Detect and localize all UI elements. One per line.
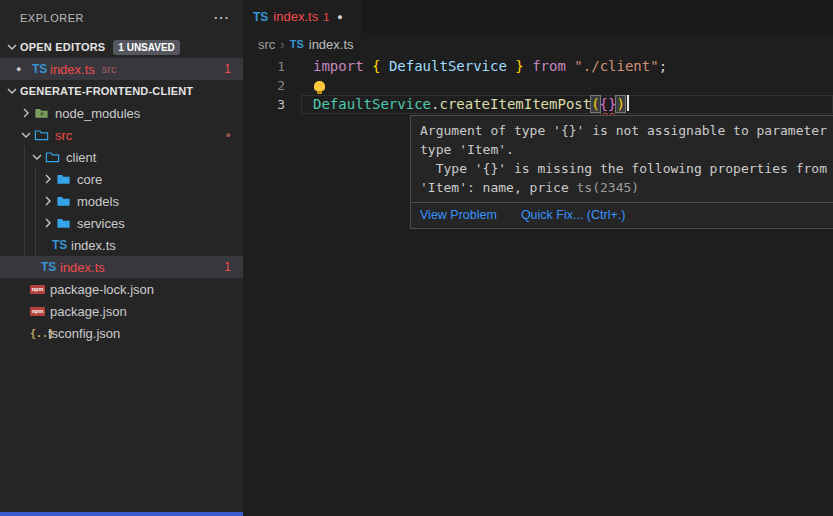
open-editor-path-suffix: src	[102, 63, 117, 75]
lightbulb-icon[interactable]	[314, 81, 325, 91]
chevron-right-icon: ›	[280, 37, 284, 52]
tree-item-tsconfig.json[interactable]: {..}tsconfig.json	[0, 322, 243, 344]
status-strip	[0, 512, 243, 516]
chevron-right-icon	[40, 193, 56, 209]
braces-icon: {..}	[30, 328, 47, 339]
tooltip-text-line: Argument of type '{}' is not assignable …	[420, 121, 833, 140]
tree-item-label: tsconfig.json	[48, 326, 120, 341]
chevron-down-icon	[4, 39, 20, 55]
text-cursor	[627, 95, 629, 111]
line-number: 2	[243, 76, 285, 95]
typescript-icon: TS	[41, 260, 59, 274]
tree-item-label: index.ts	[60, 260, 105, 275]
typescript-icon: TS	[52, 238, 70, 252]
view-problem-link[interactable]: View Problem	[420, 208, 497, 222]
error-count-badge: 1	[224, 260, 231, 274]
tooltip-text-line: type 'Item'.	[420, 140, 833, 159]
tree-item-node_modules[interactable]: node_modules	[0, 102, 243, 124]
tab-indexts[interactable]: TS index.ts 1 ●	[243, 0, 361, 33]
chevron-right-icon	[40, 215, 56, 231]
line-number: 3	[243, 95, 285, 114]
typescript-icon: TS	[290, 38, 304, 50]
unsaved-dot-icon[interactable]: ●	[337, 12, 342, 22]
explorer-sidebar: EXPLORER ⋯ OPEN EDITORS 1 UNSAVED ● TS i…	[0, 0, 243, 516]
npm-icon: npm	[30, 307, 45, 316]
file-tree: node_modulessrc●clientcoremodelsservices…	[0, 102, 243, 344]
npm-icon: npm	[30, 285, 45, 294]
more-actions-icon[interactable]: ⋯	[213, 8, 229, 27]
breadcrumb-folder[interactable]: src	[258, 37, 275, 52]
tree-item-label: core	[77, 172, 102, 187]
line-numbers: 123	[243, 57, 285, 114]
code-line-1[interactable]: import { DefaultService } from "./client…	[313, 57, 833, 76]
breadcrumb[interactable]: src › TS index.ts	[243, 33, 354, 55]
tree-item-client[interactable]: client	[0, 146, 243, 168]
tree-item-services[interactable]: services	[0, 212, 243, 234]
chevron-down-icon	[18, 127, 34, 143]
tree-item-package.json[interactable]: npmpackage.json	[0, 300, 243, 322]
tab-bar: TS index.ts 1 ●	[243, 0, 833, 33]
project-name-label: GENERATE-FRONTEND-CLIENT	[20, 85, 193, 97]
node-modules-folder-icon	[34, 106, 49, 121]
code-line-2[interactable]	[313, 76, 833, 95]
folder-icon	[56, 216, 71, 231]
quick-fix-link[interactable]: Quick Fix... (Ctrl+.)	[521, 208, 626, 222]
tree-item-label: src	[55, 128, 72, 143]
error-count-badge: 1	[224, 62, 231, 76]
open-editor-item-indexts[interactable]: ● TS index.ts src 1	[0, 58, 243, 80]
tree-item-models[interactable]: models	[0, 190, 243, 212]
typescript-icon: TS	[253, 10, 268, 24]
open-editors-label: OPEN EDITORS	[20, 41, 105, 53]
tab-error-count: 1	[323, 11, 329, 23]
tooltip-actions: View Problem Quick Fix... (Ctrl+.)	[411, 202, 833, 228]
line-number: 1	[243, 57, 285, 76]
error-tooltip: Argument of type '{}' is not assignable …	[410, 115, 833, 229]
tree-item-label: package.json	[50, 304, 127, 319]
chevron-right-icon	[18, 105, 34, 121]
unsaved-badge: 1 UNSAVED	[113, 40, 180, 55]
tree-item-label: package-lock.json	[50, 282, 154, 297]
tooltip-text-line: Type '{}' is missing the following prope…	[420, 159, 833, 178]
tree-item-core[interactable]: core	[0, 168, 243, 190]
explorer-title: EXPLORER	[20, 12, 213, 24]
tree-item-label: node_modules	[55, 106, 140, 121]
tree-item-index.ts[interactable]: TSindex.ts	[0, 234, 243, 256]
open-editor-filename: index.ts	[50, 62, 95, 77]
tree-item-label: services	[77, 216, 125, 231]
chevron-down-icon	[4, 83, 20, 99]
modified-dot-icon: ●	[226, 130, 231, 140]
tree-item-label: index.ts	[71, 238, 116, 253]
sidebar-header: EXPLORER ⋯	[0, 0, 243, 35]
folder-open-icon	[34, 128, 49, 143]
tree-item-package-lock.json[interactable]: npmpackage-lock.json	[0, 278, 243, 300]
code-line-3[interactable]: DefaultService.createItemItemPost({})	[313, 95, 833, 114]
chevron-right-icon	[40, 171, 56, 187]
folder-icon	[56, 172, 71, 187]
project-section-header[interactable]: GENERATE-FRONTEND-CLIENT	[0, 80, 243, 102]
code-lines[interactable]: import { DefaultService } from "./client…	[313, 57, 833, 114]
folder-icon	[56, 194, 71, 209]
breadcrumb-file[interactable]: index.ts	[309, 37, 354, 52]
error-code: ts(2345)	[577, 180, 640, 195]
modified-dot-icon: ●	[16, 64, 32, 74]
tooltip-text-line: 'Item': name, price ts(2345)	[420, 178, 833, 197]
tree-item-label: models	[77, 194, 119, 209]
tooltip-message: Argument of type '{}' is not assignable …	[411, 116, 833, 202]
tree-item-index.ts[interactable]: TSindex.ts1	[0, 256, 243, 278]
open-editors-header[interactable]: OPEN EDITORS 1 UNSAVED	[0, 36, 243, 58]
tab-label: index.ts	[273, 9, 318, 24]
tree-item-label: client	[66, 150, 96, 165]
folder-open-icon	[45, 150, 60, 165]
tree-item-src[interactable]: src●	[0, 124, 243, 146]
typescript-icon: TS	[32, 62, 50, 76]
chevron-down-icon	[29, 149, 45, 165]
